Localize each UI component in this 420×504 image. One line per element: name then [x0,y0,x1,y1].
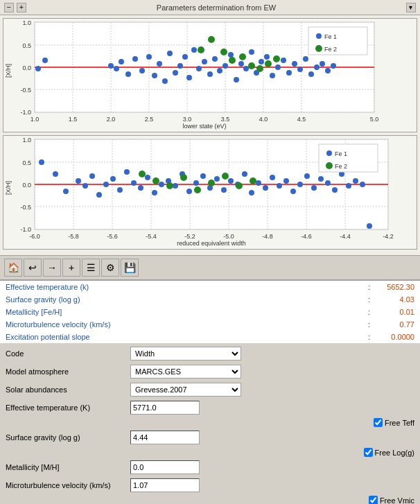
svg-point-71 [325,68,331,73]
svg-text:Fe 1: Fe 1 [335,150,347,157]
svg-point-79 [248,62,255,69]
chart1-svg: 1.0 0.5 0.0 -0.5 -1.0 1.0 1.5 2.0 2.5 3.… [3,19,405,130]
param-value-vmic: 0.77 [373,320,414,329]
svg-point-35 [132,56,138,62]
svg-text:-4.6: -4.6 [301,233,312,240]
param-colon-4: : [365,333,373,341]
svg-point-77 [229,57,236,64]
svg-point-76 [220,49,227,55]
svg-text:-0.5: -0.5 [20,87,31,94]
svg-point-41 [167,51,173,56]
svg-text:2.5: 2.5 [145,116,154,123]
param-colon-3: : [365,320,373,329]
solar-row: Solar abundances Grevesse.2007 Asplund.2… [6,382,414,397]
teff-form-label: Effective temperature (K) [6,403,130,412]
svg-point-171 [166,182,173,189]
svg-point-153 [263,185,268,191]
chevron-button[interactable]: ▾ [406,3,416,12]
svg-text:4.5: 4.5 [297,116,306,123]
svg-point-52 [222,63,228,69]
home-button[interactable]: 🏠 [4,259,22,277]
svg-point-47 [196,66,202,71]
logg-row: Surface gravity (log g) [6,430,414,445]
svg-point-78 [239,53,246,60]
settings-button[interactable]: ⚙ [101,259,119,277]
svg-text:1.0: 1.0 [22,137,31,144]
svg-point-72 [331,63,336,69]
free-teff-checkbox[interactable] [374,418,383,427]
list-button[interactable]: ☰ [82,259,100,277]
svg-point-74 [42,58,48,63]
svg-point-43 [177,63,183,69]
svg-point-68 [308,71,314,77]
teff-input[interactable] [130,401,200,415]
vmic-row: Microturbulence velocity (km/s) [6,478,414,493]
svg-point-69 [314,64,320,70]
param-value-met: 0.01 [373,308,414,316]
logg-input[interactable] [130,431,200,444]
svg-text:-1.0: -1.0 [20,109,31,116]
svg-point-132 [117,187,123,193]
svg-point-127 [82,183,88,189]
svg-point-40 [162,78,168,84]
svg-point-34 [125,71,131,77]
code-select[interactable]: Width MOOG Turbospectrum [130,347,241,360]
param-label-slope: Excitation potential slope [6,333,365,341]
param-colon-2: : [365,308,373,316]
svg-point-144 [200,173,206,179]
model-select[interactable]: MARCS.GES ATLAS9 MARCS [130,365,241,379]
chart2-container: 1.0 0.5 0.0 -0.5 -1.0 -6.0 -5.8 -5.6 -5.… [3,135,417,250]
svg-point-134 [131,180,137,186]
svg-point-162 [325,180,331,186]
minus-button[interactable]: − [4,3,14,12]
svg-point-45 [186,75,192,80]
svg-point-50 [212,56,218,62]
free-logg-checkbox[interactable] [364,448,373,457]
free-logg-row: Free Log(g) [6,448,414,457]
titlebar: − + Parameters determination from EW ▾ [0,0,420,15]
svg-point-161 [318,176,324,182]
svg-point-83 [198,46,204,53]
chart2-svg: 1.0 0.5 0.0 -0.5 -1.0 -6.0 -5.8 -5.6 -5.… [3,136,405,247]
save-button[interactable]: 💾 [121,259,139,277]
plus-button[interactable]: + [17,3,26,12]
param-row-logg: Surface gravity (log g) : 4.03 [0,293,420,306]
svg-point-63 [281,58,286,63]
vmic-input[interactable] [130,478,200,492]
forward-button[interactable]: → [43,259,61,277]
svg-point-57 [249,49,254,55]
solar-label: Solar abundances [6,385,130,394]
model-label: Model atmosphere [6,367,130,376]
zoom-button[interactable]: + [62,259,80,277]
svg-point-59 [259,59,264,64]
svg-point-150 [242,171,247,177]
solar-select[interactable]: Grevesse.2007 Asplund.2009 Anders.1989 [130,383,241,397]
svg-point-173 [194,186,201,193]
svg-point-140 [173,183,178,189]
param-colon-1: : [365,295,373,304]
back-button[interactable]: ↩ [24,259,42,277]
svg-text:0.0: 0.0 [22,64,31,71]
param-row-vmic: Microturbulence velocity (km/s) : 0.77 [0,318,420,331]
svg-point-38 [152,73,157,78]
svg-point-170 [152,177,159,184]
svg-point-31 [108,63,114,69]
svg-point-168 [367,223,372,229]
svg-text:-5.2: -5.2 [184,233,195,240]
model-row: Model atmosphere MARCS.GES ATLAS9 MARCS [6,364,414,379]
svg-text:4.0: 4.0 [259,116,268,123]
met-input[interactable] [130,460,200,474]
svg-point-154 [270,175,275,180]
param-colon-0: : [365,283,373,291]
svg-text:1.0: 1.0 [30,116,40,123]
svg-point-158 [297,182,303,187]
svg-point-174 [208,180,215,186]
svg-point-87 [315,45,322,52]
free-vmic-checkbox[interactable] [369,496,378,504]
param-row-teff: Effective temperature (k) : 5652.30 [0,281,420,293]
svg-text:-4.8: -4.8 [262,233,273,240]
code-label: Code [6,349,130,358]
param-row-slope: Excitation potential slope : 0.0000 [0,331,420,343]
free-vmic-row: Free Vmic [6,496,414,504]
svg-point-167 [360,182,365,187]
